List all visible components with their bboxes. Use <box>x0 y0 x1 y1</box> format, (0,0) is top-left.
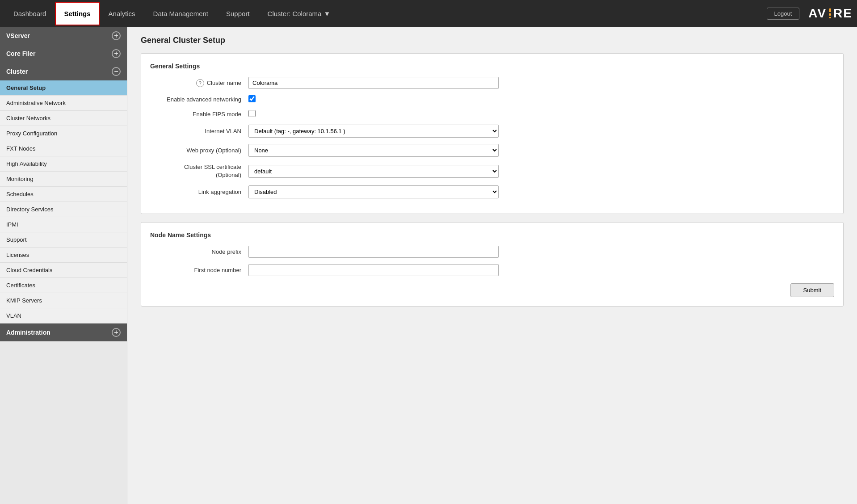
topbar-right: Logout AV RE <box>767 6 853 21</box>
sidebar-item-directory-services[interactable]: Directory Services <box>0 202 127 217</box>
internet-vlan-select[interactable]: Default (tag: -, gateway: 10.1.56.1 ) <box>248 125 499 138</box>
submit-row: Submit <box>150 283 834 297</box>
node-prefix-label: Node prefix <box>150 248 248 255</box>
sidebar-item-kmip-servers[interactable]: KMIP Servers <box>0 293 127 308</box>
internet-vlan-control: Default (tag: -, gateway: 10.1.56.1 ) <box>248 125 499 138</box>
link-aggregation-row: Link aggregation Disabled <box>150 185 834 198</box>
cluster-name-control <box>248 77 499 89</box>
link-aggregation-label: Link aggregation <box>150 189 248 195</box>
sidebar-item-fxt-nodes[interactable]: FXT Nodes <box>0 141 127 156</box>
enable-fips-mode-label: Enable FIPS mode <box>150 111 248 118</box>
cluster-name-label: ? Cluster name <box>150 79 248 87</box>
page-title: General Cluster Setup <box>141 36 844 45</box>
topbar-nav: Dashboard Settings Analytics Data Manage… <box>4 2 339 25</box>
general-settings-label: General Settings <box>150 63 834 70</box>
enable-fips-mode-row: Enable FIPS mode <box>150 110 834 118</box>
sidebar-item-cloud-credentials[interactable]: Cloud Credentials <box>0 263 127 278</box>
tab-data-management[interactable]: Data Management <box>144 2 217 25</box>
general-settings-box: General Settings ? Cluster name Enable a… <box>141 53 844 214</box>
web-proxy-control: None <box>248 144 499 157</box>
submit-button[interactable]: Submit <box>790 283 834 297</box>
node-name-settings-label: Node Name Settings <box>150 231 834 239</box>
cluster-name-row: ? Cluster name <box>150 77 834 89</box>
sidebar-item-administrative-network[interactable]: Administrative Network <box>0 96 127 111</box>
sidebar-item-general-setup[interactable]: General Setup <box>0 80 127 96</box>
internet-vlan-label: Internet VLAN <box>150 128 248 134</box>
main-layout: VServer + Core Filer + Cluster − General… <box>0 27 857 504</box>
enable-advanced-networking-label: Enable advanced networking <box>150 96 248 103</box>
enable-fips-mode-checkbox[interactable] <box>248 110 256 117</box>
sidebar-item-certificates[interactable]: Certificates <box>0 278 127 293</box>
web-proxy-row: Web proxy (Optional) None <box>150 144 834 157</box>
sidebar-item-cluster-networks[interactable]: Cluster Networks <box>0 111 127 126</box>
sidebar-section-vserver[interactable]: VServer + <box>0 27 127 45</box>
node-name-settings-box: Node Name Settings Node prefix First nod… <box>141 222 844 307</box>
enable-advanced-networking-checkbox[interactable] <box>248 95 256 102</box>
web-proxy-label: Web proxy (Optional) <box>150 147 248 154</box>
sidebar-item-monitoring[interactable]: Monitoring <box>0 172 127 187</box>
sidebar-item-support[interactable]: Support <box>0 232 127 248</box>
web-proxy-select[interactable]: None <box>248 144 499 157</box>
node-prefix-input[interactable] <box>248 246 499 258</box>
enable-advanced-networking-control <box>248 95 499 104</box>
sidebar-item-proxy-configuration[interactable]: Proxy Configuration <box>0 126 127 141</box>
cluster-ssl-control: default <box>248 165 499 178</box>
enable-advanced-networking-row: Enable advanced networking <box>150 95 834 104</box>
tab-dashboard[interactable]: Dashboard <box>4 2 55 25</box>
sidebar-item-licenses[interactable]: Licenses <box>0 248 127 263</box>
core-filer-expand-icon: + <box>112 49 121 58</box>
sidebar-item-schedules[interactable]: Schedules <box>0 187 127 202</box>
first-node-number-row: First node number <box>150 264 834 276</box>
logout-button[interactable]: Logout <box>767 8 800 20</box>
cluster-expand-icon: − <box>112 67 121 76</box>
sidebar-section-administration[interactable]: Administration + <box>0 323 127 341</box>
internet-vlan-row: Internet VLAN Default (tag: -, gateway: … <box>150 125 834 138</box>
sidebar-item-vlan[interactable]: VLAN <box>0 308 127 323</box>
cluster-name-help-icon[interactable]: ? <box>196 79 204 87</box>
link-aggregation-select[interactable]: Disabled <box>248 185 499 198</box>
cluster-name-input[interactable] <box>248 77 499 89</box>
node-prefix-row: Node prefix <box>150 246 834 258</box>
first-node-number-label: First node number <box>150 267 248 273</box>
tab-settings[interactable]: Settings <box>55 2 99 25</box>
main-content: General Cluster Setup General Settings ?… <box>127 27 857 504</box>
chevron-down-icon: ▼ <box>323 10 330 17</box>
sidebar: VServer + Core Filer + Cluster − General… <box>0 27 127 504</box>
cluster-selector[interactable]: Cluster: Colorama ▼ <box>259 2 340 25</box>
sidebar-item-ipmi[interactable]: IPMI <box>0 217 127 232</box>
topbar: Dashboard Settings Analytics Data Manage… <box>0 0 857 27</box>
node-prefix-control <box>248 246 499 258</box>
first-node-number-control <box>248 264 499 276</box>
cluster-ssl-label: Cluster SSL certificate (Optional) <box>150 163 248 179</box>
avere-logo: AV RE <box>808 6 853 21</box>
sidebar-item-high-availability[interactable]: High Availability <box>0 156 127 172</box>
sidebar-section-core-filer[interactable]: Core Filer + <box>0 45 127 63</box>
tab-analytics[interactable]: Analytics <box>100 2 144 25</box>
tab-support[interactable]: Support <box>217 2 259 25</box>
cluster-ssl-select[interactable]: default <box>248 165 499 178</box>
vserver-expand-icon: + <box>112 31 121 40</box>
first-node-number-input[interactable] <box>248 264 499 276</box>
cluster-ssl-row: Cluster SSL certificate (Optional) defau… <box>150 163 834 179</box>
administration-expand-icon: + <box>112 328 121 337</box>
link-aggregation-control: Disabled <box>248 185 499 198</box>
sidebar-section-cluster[interactable]: Cluster − <box>0 63 127 80</box>
enable-fips-mode-control <box>248 110 499 118</box>
